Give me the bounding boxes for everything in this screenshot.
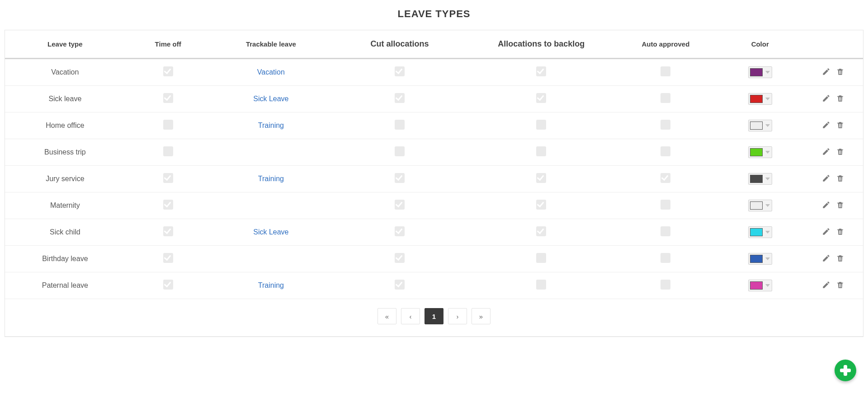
color-picker[interactable] — [748, 226, 772, 238]
checkbox[interactable] — [536, 200, 546, 210]
chevron-down-icon — [765, 257, 770, 260]
col-color: Color — [717, 30, 803, 59]
checkbox[interactable] — [660, 226, 670, 236]
color-swatch — [750, 122, 763, 130]
trash-icon — [836, 121, 844, 131]
checkbox[interactable] — [536, 226, 546, 236]
delete-button[interactable] — [836, 121, 844, 131]
chevron-down-icon — [765, 178, 770, 180]
edit-button[interactable] — [822, 147, 830, 158]
edit-button[interactable] — [822, 94, 830, 104]
checkbox[interactable] — [536, 146, 546, 156]
checkbox[interactable] — [395, 120, 405, 130]
checkbox[interactable] — [163, 173, 173, 183]
trackable-link[interactable]: Sick Leave — [253, 228, 288, 236]
table-row: Paternal leaveTraining — [5, 272, 863, 299]
color-picker[interactable] — [748, 200, 772, 211]
checkbox[interactable] — [163, 146, 173, 156]
delete-button[interactable] — [836, 227, 844, 238]
delete-button[interactable] — [836, 201, 844, 211]
edit-button[interactable] — [822, 254, 830, 264]
checkbox[interactable] — [163, 280, 173, 290]
checkbox[interactable] — [536, 253, 546, 263]
checkbox[interactable] — [660, 120, 670, 130]
checkbox[interactable] — [536, 120, 546, 130]
pencil-icon — [822, 121, 830, 131]
color-picker[interactable] — [748, 253, 772, 265]
edit-button[interactable] — [822, 174, 830, 184]
chevron-down-icon — [765, 231, 770, 234]
pagination: « ‹ 1 › » — [9, 308, 859, 324]
checkbox[interactable] — [536, 93, 546, 103]
checkbox[interactable] — [536, 173, 546, 183]
color-picker[interactable] — [748, 93, 772, 105]
table-row: Birthday leave — [5, 246, 863, 272]
checkbox[interactable] — [395, 66, 405, 76]
checkbox[interactable] — [660, 173, 670, 183]
checkbox[interactable] — [660, 200, 670, 210]
leave-name: Business trip — [5, 139, 125, 166]
checkbox[interactable] — [163, 66, 173, 76]
checkbox[interactable] — [395, 253, 405, 263]
checkbox[interactable] — [395, 200, 405, 210]
checkbox[interactable] — [395, 93, 405, 103]
page-next-button[interactable]: › — [448, 308, 467, 324]
checkbox[interactable] — [163, 120, 173, 130]
leave-name: Maternity — [5, 192, 125, 219]
checkbox[interactable] — [163, 93, 173, 103]
col-time-off: Time off — [125, 30, 211, 59]
checkbox[interactable] — [660, 66, 670, 76]
col-trackable: Trackable leave — [211, 30, 331, 59]
checkbox[interactable] — [536, 66, 546, 76]
checkbox[interactable] — [163, 226, 173, 236]
trash-icon — [836, 67, 844, 78]
col-actions — [803, 30, 863, 59]
edit-button[interactable] — [822, 227, 830, 238]
checkbox[interactable] — [660, 253, 670, 263]
delete-button[interactable] — [836, 281, 844, 291]
color-picker[interactable] — [748, 173, 772, 185]
page-current-button[interactable]: 1 — [425, 308, 443, 324]
color-picker[interactable] — [748, 120, 772, 131]
checkbox[interactable] — [660, 280, 670, 290]
trackable-link[interactable]: Training — [258, 122, 284, 129]
delete-button[interactable] — [836, 174, 844, 184]
checkbox[interactable] — [163, 200, 173, 210]
checkbox[interactable] — [660, 146, 670, 156]
color-picker[interactable] — [748, 146, 772, 158]
delete-button[interactable] — [836, 94, 844, 104]
trash-icon — [836, 147, 844, 158]
color-picker[interactable] — [748, 66, 772, 78]
page-last-button[interactable]: » — [472, 308, 491, 324]
trash-icon — [836, 174, 844, 184]
trash-icon — [836, 201, 844, 211]
color-picker[interactable] — [748, 280, 772, 291]
checkbox[interactable] — [660, 93, 670, 103]
leave-name: Home office — [5, 112, 125, 139]
edit-button[interactable] — [822, 121, 830, 131]
chevron-down-icon — [765, 71, 770, 74]
col-cut-allocations: Cut allocations — [331, 30, 468, 59]
page-prev-button[interactable]: ‹ — [401, 308, 420, 324]
page-first-button[interactable]: « — [377, 308, 396, 324]
checkbox[interactable] — [536, 280, 546, 290]
pencil-icon — [822, 67, 830, 78]
checkbox[interactable] — [395, 173, 405, 183]
checkbox[interactable] — [163, 253, 173, 263]
edit-button[interactable] — [822, 281, 830, 291]
trackable-link[interactable]: Training — [258, 281, 284, 289]
delete-button[interactable] — [836, 147, 844, 158]
trackable-link[interactable]: Sick Leave — [253, 95, 288, 103]
checkbox[interactable] — [395, 146, 405, 156]
edit-button[interactable] — [822, 201, 830, 211]
pencil-icon — [822, 201, 830, 211]
checkbox[interactable] — [395, 226, 405, 236]
edit-button[interactable] — [822, 67, 830, 78]
delete-button[interactable] — [836, 254, 844, 264]
checkbox[interactable] — [395, 280, 405, 290]
leave-name: Sick child — [5, 219, 125, 246]
delete-button[interactable] — [836, 67, 844, 78]
trackable-link[interactable]: Vacation — [257, 68, 285, 76]
trash-icon — [836, 254, 844, 264]
trackable-link[interactable]: Training — [258, 175, 284, 182]
